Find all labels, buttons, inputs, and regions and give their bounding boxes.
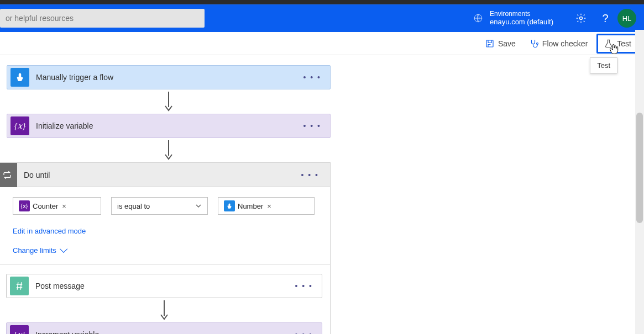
do-until-title: Do until: [24, 171, 290, 179]
increment-title: Increment variable: [35, 330, 286, 334]
test-label: Test: [617, 39, 631, 48]
settings-button[interactable]: [569, 4, 593, 32]
save-label: Save: [498, 39, 516, 48]
variable-icon: {𝑥}: [11, 116, 29, 135]
designer-toolbar: Save Flow checker Test: [0, 32, 644, 55]
init-more[interactable]: • • •: [295, 121, 330, 130]
condition-row: {x} Counter × is equal to Number: [13, 197, 315, 215]
hash-icon: [10, 277, 29, 295]
initialize-variable-card[interactable]: {𝑥} Initialize variable • • •: [7, 114, 331, 138]
test-tooltip: Test: [590, 57, 617, 73]
increment-variable-card[interactable]: {𝑥} Increment variable • • •: [6, 322, 322, 334]
flow-checker-label: Flow checker: [542, 39, 588, 48]
condition-operator-select[interactable]: is equal to: [111, 197, 208, 215]
environment-picker[interactable]: Environments enayu.com (default): [490, 10, 553, 26]
save-button[interactable]: Save: [480, 35, 520, 52]
do-until-body: Post message • • • {𝑥} Increment variabl…: [0, 265, 330, 334]
edit-advanced-link[interactable]: Edit in advanced mode: [13, 227, 315, 235]
increment-more[interactable]: • • •: [286, 330, 322, 334]
arrow-down-icon: [163, 91, 174, 113]
input-chip-icon: [224, 200, 235, 211]
chip-remove[interactable]: ×: [267, 202, 271, 210]
number-chip-label: Number: [238, 202, 263, 210]
svg-point-1: [580, 17, 583, 20]
flow-checker-button[interactable]: Flow checker: [525, 35, 592, 52]
trigger-more[interactable]: • • •: [295, 73, 330, 82]
app-header: Environments enayu.com (default) ? HL: [0, 4, 644, 32]
operator-label: is equal to: [117, 202, 150, 210]
gear-icon: [575, 13, 587, 24]
trigger-card[interactable]: Manually trigger a flow • • •: [7, 65, 331, 89]
do-until-condition: {x} Counter × is equal to Number: [0, 187, 330, 265]
avatar-initials: HL: [622, 14, 632, 23]
chip-remove[interactable]: ×: [62, 202, 66, 210]
touch-icon: [11, 68, 29, 87]
search-input[interactable]: [0, 9, 205, 28]
arrow-down-icon: [163, 139, 174, 161]
counter-chip[interactable]: {x} Counter ×: [15, 200, 70, 211]
user-avatar[interactable]: HL: [617, 9, 636, 28]
variable-icon: {𝑥}: [10, 325, 29, 334]
help-button[interactable]: ?: [593, 4, 617, 32]
counter-chip-label: Counter: [33, 202, 58, 210]
post-message-more[interactable]: • • •: [286, 282, 322, 290]
connector-arrow: [6, 298, 322, 322]
save-icon: [485, 39, 495, 49]
globe-icon[interactable]: [473, 13, 483, 23]
scrollbar-thumb[interactable]: [636, 113, 643, 223]
vertical-scrollbar[interactable]: [635, 30, 644, 334]
svg-point-3: [536, 43, 538, 44]
connector-arrow: [7, 89, 331, 114]
environment-name: enayu.com (default): [490, 18, 553, 26]
browser-chrome-strip: [0, 0, 644, 4]
post-message-title: Post message: [35, 282, 286, 290]
tooltip-text: Test: [597, 61, 610, 70]
change-limits-link[interactable]: Change limits: [13, 246, 315, 255]
condition-left-input[interactable]: {x} Counter ×: [13, 197, 101, 215]
do-until-header[interactable]: Do until • • •: [0, 163, 330, 187]
help-icon: ?: [602, 12, 608, 25]
post-message-card[interactable]: Post message • • •: [6, 274, 322, 298]
do-until-container: Do until • • • {x} Counter × is equal to: [0, 162, 331, 334]
stethoscope-icon: [529, 39, 539, 49]
trigger-title: Manually trigger a flow: [36, 73, 295, 82]
chevron-down-icon: [195, 203, 202, 209]
flow-canvas: Manually trigger a flow • • • {𝑥} Initia…: [0, 55, 644, 334]
connector-arrow: [7, 138, 331, 162]
variable-chip-icon: {x}: [19, 200, 30, 211]
environments-label: Environments: [490, 10, 553, 18]
svg-rect-2: [486, 40, 493, 47]
test-button[interactable]: Test: [596, 34, 638, 54]
loop-icon: [0, 163, 17, 187]
number-chip[interactable]: Number ×: [221, 200, 275, 211]
arrow-down-icon: [159, 299, 170, 321]
beaker-icon: [604, 39, 614, 49]
init-title: Initialize variable: [36, 121, 295, 130]
do-until-more[interactable]: • • •: [290, 171, 330, 179]
header-right: Environments enayu.com (default) ? HL: [473, 4, 644, 32]
condition-right-input[interactable]: Number ×: [218, 197, 315, 215]
